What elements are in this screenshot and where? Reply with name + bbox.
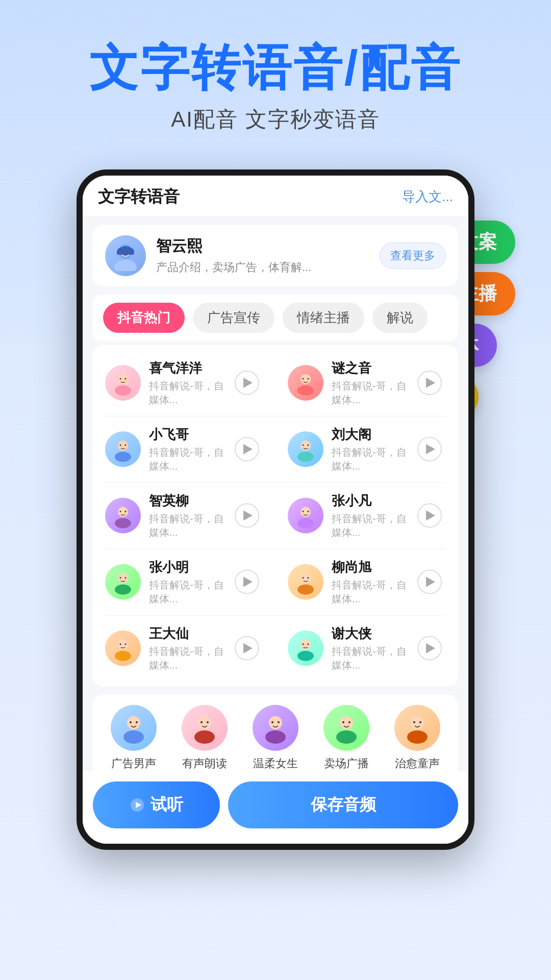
svg-point-26 <box>303 511 304 512</box>
voice-tags-6: 抖音解说-哥，自媒体... <box>332 512 409 540</box>
play-button-1[interactable] <box>235 371 259 395</box>
selector-item-5[interactable]: 治愈童声 <box>384 705 450 771</box>
selector-avatar-2 <box>182 705 228 751</box>
voice-info-2: 谜之音 抖音解说-哥，自媒体... <box>332 359 409 407</box>
voice-item-6[interactable]: 张小凡 抖音解说-哥，自媒体... <box>276 483 458 549</box>
voice-tags-4: 抖音解说-哥，自媒体... <box>332 446 409 473</box>
play-button-8[interactable] <box>417 570 442 594</box>
selector-avatar-1 <box>111 705 157 751</box>
svg-point-36 <box>297 584 314 595</box>
phone-topbar-title: 文字转语音 <box>98 186 180 208</box>
voice-name-6: 张小凡 <box>332 492 409 510</box>
voice-item-7[interactable]: 张小明 抖音解说-哥，自媒体... <box>93 549 276 615</box>
tab-ad[interactable]: 广告宣传 <box>193 303 274 333</box>
voice-list-row-5: 王大仙 抖音解说-哥，自媒体... 谢大侠 抖音解说-哥，自媒体... <box>93 616 458 681</box>
selector-avatar-5 <box>394 705 440 751</box>
voice-name-9: 王大仙 <box>149 625 227 643</box>
svg-point-11 <box>308 378 309 380</box>
voice-profile-info: 智云熙 产品介绍，卖场广告，体育解... <box>156 236 369 275</box>
selector-name-3: 温柔女生 <box>253 756 298 771</box>
tab-emotion[interactable]: 情绪主播 <box>283 303 364 333</box>
voice-avatar-2 <box>288 365 323 401</box>
phone-topbar-action[interactable]: 导入文... <box>402 188 453 206</box>
play-button-4[interactable] <box>417 437 442 461</box>
preview-button[interactable]: 试听 <box>93 781 220 828</box>
svg-point-19 <box>308 445 309 446</box>
selector-item-1[interactable]: 广告男声 <box>101 705 167 771</box>
voice-item-10[interactable]: 谢大侠 抖音解说-哥，自媒体... <box>276 616 458 681</box>
play-button-10[interactable] <box>417 636 442 660</box>
svg-point-63 <box>419 721 421 723</box>
voice-item-2[interactable]: 谜之音 抖音解说-哥，自媒体... <box>276 350 458 416</box>
svg-point-12 <box>297 385 314 396</box>
voice-info-8: 柳尚旭 抖音解说-哥，自媒体... <box>332 558 409 606</box>
svg-point-1 <box>114 260 137 271</box>
tab-douyin[interactable]: 抖音热门 <box>103 303 185 333</box>
voice-item-8[interactable]: 柳尚旭 抖音解说-哥，自媒体... <box>276 549 458 615</box>
svg-point-15 <box>125 445 127 446</box>
selector-name-5: 治愈童声 <box>395 756 440 771</box>
svg-point-6 <box>120 378 121 380</box>
svg-point-55 <box>278 721 280 723</box>
hero-section: 文字转语音/配音 AI配音 文字秒变语音 <box>0 0 551 154</box>
voice-tags-9: 抖音解说-哥，自媒体... <box>149 645 227 672</box>
selector-item-4[interactable]: 卖场广播 <box>313 705 379 771</box>
selector-avatar-4 <box>323 705 369 751</box>
svg-point-40 <box>115 651 131 661</box>
voice-tags-2: 抖音解说-哥，自媒体... <box>332 379 409 407</box>
svg-point-60 <box>336 730 357 744</box>
phone-frame: 文字转语音 导入文... 智云熙 <box>77 169 474 850</box>
svg-point-30 <box>120 577 121 579</box>
svg-point-59 <box>348 721 350 723</box>
play-button-2[interactable] <box>417 371 442 395</box>
phone-screen: 文字转语音 导入文... 智云熙 <box>83 176 468 844</box>
svg-point-42 <box>303 644 304 645</box>
voice-tags-1: 抖音解说-哥，自媒体... <box>149 379 227 407</box>
voice-list-row-4: 张小明 抖音解说-哥，自媒体... 柳尚旭 抖音解说-哥，自媒体... <box>93 549 458 615</box>
selector-item-3[interactable]: 温柔女生 <box>243 705 309 771</box>
tab-commentary[interactable]: 解说 <box>372 303 428 333</box>
voice-item-1[interactable]: 喜气洋洋 抖音解说-哥，自媒体... <box>93 350 276 416</box>
svg-point-16 <box>115 452 131 462</box>
phone-container: 场景文案 海量主播 自媒体 阅读 文字转语音 导入文... <box>46 169 505 850</box>
svg-point-14 <box>120 445 121 446</box>
voice-avatar-1 <box>105 365 141 401</box>
bottom-voice-selector: 广告男声 有声朗读 温柔女生 <box>93 695 458 771</box>
voice-avatar-4 <box>288 431 323 467</box>
play-button-6[interactable] <box>417 503 442 528</box>
voice-info-5: 智英柳 抖音解说-哥，自媒体... <box>149 492 227 540</box>
save-button[interactable]: 保存音频 <box>228 781 458 828</box>
voice-profile-card[interactable]: 智云熙 产品介绍，卖场广告，体育解... 查看更多 <box>93 225 458 286</box>
play-button-5[interactable] <box>235 503 259 528</box>
voice-item-5[interactable]: 智英柳 抖音解说-哥，自媒体... <box>93 483 276 549</box>
voice-info-6: 张小凡 抖音解说-哥，自媒体... <box>332 492 409 540</box>
voice-name-7: 张小明 <box>149 558 227 576</box>
bottom-buttons: 试听 保存音频 <box>83 771 468 844</box>
svg-point-23 <box>125 511 127 512</box>
svg-point-34 <box>303 577 304 579</box>
svg-point-51 <box>207 721 209 723</box>
tab-bar: 抖音热门 广告宣传 情绪主播 解说 <box>93 295 458 341</box>
voice-info-1: 喜气洋洋 抖音解说-哥，自媒体... <box>149 359 227 407</box>
selector-item-2[interactable]: 有声朗读 <box>172 705 238 771</box>
voice-profile-desc: 产品介绍，卖场广告，体育解... <box>156 260 369 275</box>
voice-item-4[interactable]: 刘大阁 抖音解说-哥，自媒体... <box>276 416 458 482</box>
svg-point-18 <box>303 445 304 446</box>
voice-list-row-1: 喜气洋洋 抖音解说-哥，自媒体... 谜之音 抖音解说-哥，自媒体... <box>93 350 458 416</box>
voice-info-4: 刘大阁 抖音解说-哥，自媒体... <box>332 426 409 473</box>
voice-info-3: 小飞哥 抖音解说-哥，自媒体... <box>149 426 227 473</box>
voice-more-button[interactable]: 查看更多 <box>380 242 446 269</box>
voice-name-10: 谢大侠 <box>332 625 409 643</box>
voice-avatar-10 <box>288 630 323 666</box>
svg-point-24 <box>115 518 131 528</box>
svg-point-22 <box>120 511 121 512</box>
voice-name-2: 谜之音 <box>332 359 409 377</box>
voice-tags-7: 抖音解说-哥，自媒体... <box>149 578 227 606</box>
voice-item-9[interactable]: 王大仙 抖音解说-哥，自媒体... <box>93 616 276 681</box>
play-button-3[interactable] <box>235 437 259 461</box>
play-button-9[interactable] <box>235 636 259 660</box>
svg-point-31 <box>125 577 127 579</box>
play-button-7[interactable] <box>235 570 259 594</box>
voice-item-3[interactable]: 小飞哥 抖音解说-哥，自媒体... <box>93 416 276 482</box>
voice-tags-5: 抖音解说-哥，自媒体... <box>149 512 227 540</box>
